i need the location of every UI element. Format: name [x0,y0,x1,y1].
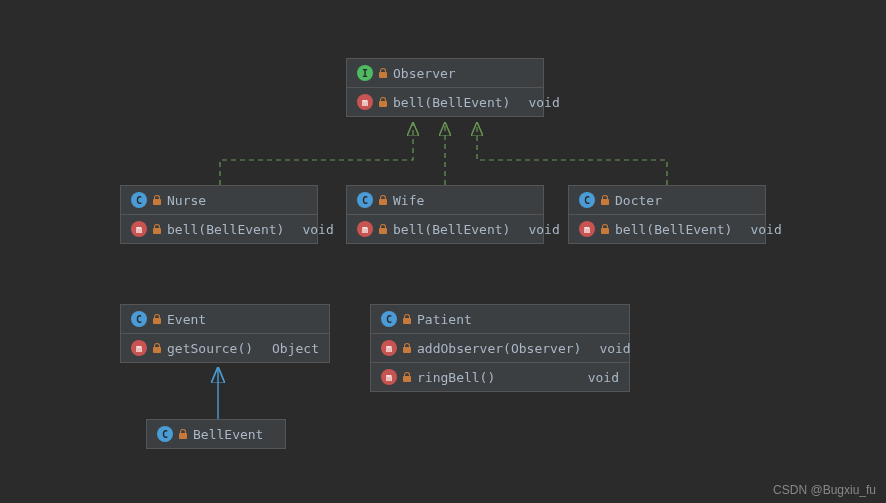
method-sig: addObserver(Observer) [417,341,581,356]
lock-icon [153,224,161,234]
class-header: C Event [121,305,329,334]
method-ret: void [516,222,559,237]
method-ret: Object [260,341,319,356]
class-patient: C Patient m addObserver(Observer) void m… [370,304,630,392]
lock-icon [153,195,161,205]
method-icon: m [131,340,147,356]
method-sig: bell(BellEvent) [393,222,510,237]
method-ret: void [290,222,333,237]
method-icon: m [357,94,373,110]
method-icon: m [381,369,397,385]
lock-icon [403,314,411,324]
class-wife: C Wife m bell(BellEvent) void [346,185,544,244]
lock-icon [379,195,387,205]
method-ret: void [576,370,619,385]
class-bellevent: C BellEvent [146,419,286,449]
class-header: C BellEvent [147,420,285,448]
method-icon: m [357,221,373,237]
lock-icon [379,97,387,107]
class-header: I Observer [347,59,543,88]
method-ret: void [738,222,781,237]
class-icon: C [131,192,147,208]
lock-icon [403,372,411,382]
class-header: C Patient [371,305,629,334]
class-event: C Event m getSource() Object [120,304,330,363]
class-nurse: C Nurse m bell(BellEvent) void [120,185,318,244]
lock-icon [403,343,411,353]
lock-icon [153,314,161,324]
class-docter: C Docter m bell(BellEvent) void [568,185,766,244]
method-row: m getSource() Object [121,334,329,362]
lock-icon [601,224,609,234]
method-row: m bell(BellEvent) void [347,215,543,243]
method-sig: bell(BellEvent) [393,95,510,110]
lock-icon [379,224,387,234]
method-sig: getSource() [167,341,253,356]
interface-icon: I [357,65,373,81]
class-icon: C [157,426,173,442]
method-row: m bell(BellEvent) void [347,88,543,116]
method-row: m bell(BellEvent) void [121,215,317,243]
method-icon: m [131,221,147,237]
class-observer: I Observer m bell(BellEvent) void [346,58,544,117]
class-icon: C [357,192,373,208]
class-name: Observer [393,66,456,81]
class-name: Nurse [167,193,206,208]
abstract-class-icon: C [131,311,147,327]
lock-icon [379,68,387,78]
watermark: CSDN @Bugxiu_fu [773,483,876,497]
lock-icon [179,429,187,439]
class-name: Docter [615,193,662,208]
lock-icon [153,343,161,353]
class-header: C Wife [347,186,543,215]
method-row: m ringBell() void [371,362,629,391]
method-sig: ringBell() [417,370,495,385]
method-icon: m [579,221,595,237]
method-ret: void [587,341,630,356]
class-header: C Nurse [121,186,317,215]
method-icon: m [381,340,397,356]
method-ret: void [516,95,559,110]
class-icon: C [579,192,595,208]
class-name: Wife [393,193,424,208]
class-icon: C [381,311,397,327]
class-name: BellEvent [193,427,263,442]
class-header: C Docter [569,186,765,215]
class-name: Event [167,312,206,327]
class-name: Patient [417,312,472,327]
lock-icon [601,195,609,205]
method-sig: bell(BellEvent) [167,222,284,237]
method-row: m bell(BellEvent) void [569,215,765,243]
method-row: m addObserver(Observer) void [371,334,629,362]
method-sig: bell(BellEvent) [615,222,732,237]
